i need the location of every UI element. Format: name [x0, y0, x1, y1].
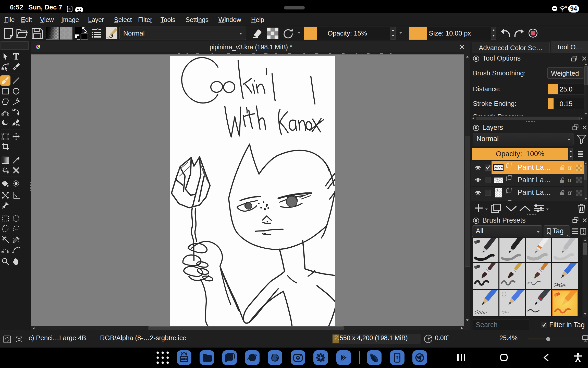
- svg-text:5: 5: [565, 6, 567, 9]
- svg-text:K: K: [68, 7, 71, 11]
- svg-text:K: K: [396, 356, 398, 360]
